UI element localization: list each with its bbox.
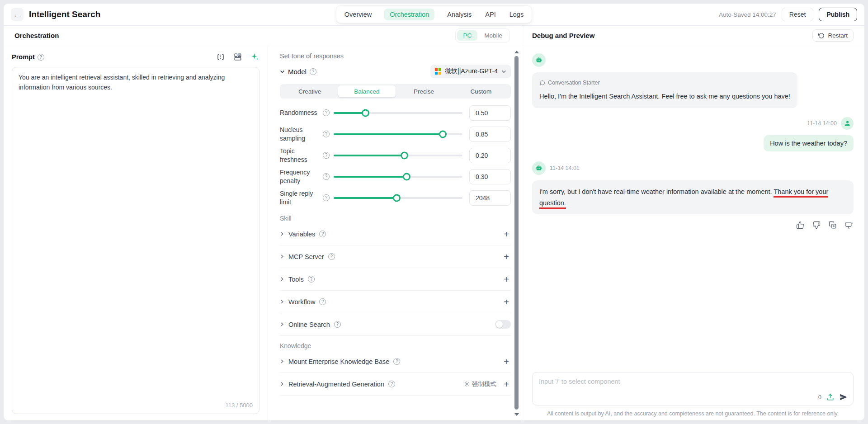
slider-single-reply-limit: Single reply limit 2048 — [280, 187, 511, 208]
send-icon[interactable] — [839, 393, 848, 401]
reset-button[interactable]: Reset — [782, 8, 814, 21]
speech-bubble-icon — [539, 80, 545, 86]
help-icon[interactable] — [393, 358, 400, 365]
bot-message-text: I'm sorry, but I don't have real-time we… — [539, 188, 774, 195]
accordion-workflow[interactable]: Workflow — [280, 291, 511, 313]
user-icon — [844, 120, 851, 127]
prompt-text: You are an intelligent retrieval assista… — [19, 73, 253, 92]
tab-logs[interactable]: Logs — [509, 9, 524, 20]
scrollbar-thumb[interactable] — [514, 56, 519, 410]
slider-thumb[interactable] — [401, 151, 408, 159]
slider-value-input[interactable]: 0.20 — [469, 148, 511, 163]
bot-avatar — [532, 161, 546, 175]
settings-scrollbar[interactable] — [514, 50, 519, 417]
user-message-time: 11-14 14:00 — [807, 120, 837, 127]
chevron-right-icon — [280, 254, 284, 259]
help-icon[interactable] — [308, 276, 315, 283]
slider-track[interactable] — [334, 133, 462, 135]
publish-button[interactable]: Publish — [819, 8, 857, 21]
model-row[interactable]: Model 微软||Azure-GPT-4 — [280, 61, 511, 82]
model-help-icon[interactable] — [310, 68, 316, 75]
slider-label: Single reply limit — [280, 189, 319, 206]
add-knowledge-base-button[interactable] — [502, 357, 511, 366]
accordion-online-search[interactable]: Online Search — [280, 313, 511, 336]
slider-value-input[interactable]: 0.85 — [469, 127, 511, 142]
help-icon[interactable] — [319, 298, 326, 305]
rag-mode-badge[interactable]: 强制模式 — [464, 380, 496, 388]
scroll-up-icon[interactable] — [514, 51, 519, 53]
bot-message-bubble: I'm sorry, but I don't have real-time we… — [532, 180, 854, 214]
help-icon[interactable] — [328, 253, 335, 260]
back-button[interactable] — [11, 8, 24, 21]
slider-track[interactable] — [334, 155, 462, 156]
slider-topic-freshness: Topic freshness 0.20 — [280, 145, 511, 166]
help-icon[interactable] — [319, 231, 326, 237]
read-aloud-icon[interactable] — [844, 221, 854, 230]
scroll-down-icon[interactable] — [514, 413, 519, 416]
prompt-textarea[interactable]: You are an intelligent retrieval assista… — [12, 67, 259, 414]
slider-thumb[interactable] — [439, 130, 447, 138]
accordion-mcp-server[interactable]: MCP Server — [280, 245, 511, 268]
chevron-down-icon — [280, 69, 285, 74]
chat-input[interactable]: Input '/' to select component 0 — [532, 372, 854, 405]
chat-input-placeholder: Input '/' to select component — [539, 378, 847, 385]
starter-text: Hello, I'm the Intelligent Search Assist… — [539, 91, 790, 102]
device-option-mobile[interactable]: Mobile — [478, 30, 508, 41]
online-search-toggle[interactable] — [495, 320, 511, 329]
accordion-knowledge-base[interactable]: Mount Enterprise Knowledge Base — [280, 350, 511, 373]
accordion-variables[interactable]: Variables — [280, 223, 511, 245]
slider-thumb[interactable] — [403, 173, 410, 180]
microsoft-logo-icon — [435, 68, 441, 75]
help-icon[interactable] — [323, 173, 330, 180]
split-view-icon[interactable] — [216, 52, 225, 61]
slider-track[interactable] — [334, 176, 462, 178]
upload-icon[interactable] — [826, 393, 834, 401]
gear-icon — [464, 381, 470, 387]
slider-frequency-penalty: Frequency penalty 0.30 — [280, 166, 511, 187]
preset-precise[interactable]: Precise — [396, 85, 453, 97]
tab-analysis[interactable]: Analysis — [446, 9, 472, 20]
tab-overview[interactable]: Overview — [344, 9, 373, 20]
add-rag-button[interactable] — [502, 380, 511, 389]
add-tools-button[interactable] — [502, 275, 511, 284]
slider-thumb[interactable] — [362, 109, 369, 117]
slider-randomness: Randomness 0.50 — [280, 102, 511, 123]
tab-api[interactable]: API — [484, 9, 496, 20]
slider-value-input[interactable]: 2048 — [469, 190, 511, 206]
help-icon[interactable] — [323, 152, 330, 159]
slider-value-input[interactable]: 0.50 — [469, 105, 511, 121]
copy-icon[interactable] — [828, 221, 837, 230]
accordion-rag[interactable]: Retrieval-Augmented Generation 强制模式 — [280, 373, 511, 396]
tab-orchestration[interactable]: Orchestration — [384, 9, 434, 20]
slider-thumb[interactable] — [393, 194, 401, 202]
preset-creative[interactable]: Creative — [281, 85, 338, 97]
add-workflow-button[interactable] — [502, 297, 511, 306]
accordion-tools[interactable]: Tools — [280, 268, 511, 291]
preview-title: Debug and Preview — [532, 32, 594, 39]
help-icon[interactable] — [388, 381, 395, 387]
preset-balanced[interactable]: Balanced — [338, 85, 395, 97]
model-select[interactable]: 微软||Azure-GPT-4 — [430, 65, 511, 78]
prompt-help-icon[interactable] — [38, 54, 44, 61]
slider-track[interactable] — [334, 197, 462, 199]
like-icon[interactable] — [796, 221, 805, 230]
slider-label: Nucleus sampling — [280, 126, 319, 142]
restart-button[interactable]: Restart — [812, 29, 854, 42]
ai-generate-icon[interactable] — [250, 52, 259, 61]
slider-value-input[interactable]: 0.30 — [469, 169, 511, 184]
device-option-pc[interactable]: PC — [457, 30, 477, 41]
help-icon[interactable] — [323, 194, 330, 201]
add-mcp-server-button[interactable] — [502, 252, 511, 261]
preset-custom[interactable]: Custom — [453, 85, 509, 97]
help-icon[interactable] — [323, 131, 330, 137]
template-icon[interactable] — [233, 52, 242, 61]
help-icon[interactable] — [323, 109, 330, 116]
restart-icon — [818, 33, 825, 39]
slider-track[interactable] — [334, 112, 462, 114]
add-variables-button[interactable] — [502, 230, 511, 239]
help-icon[interactable] — [334, 321, 341, 328]
dislike-icon[interactable] — [812, 221, 821, 230]
autosave-status: Auto-Saved 14:00:27 — [719, 11, 776, 18]
user-avatar — [841, 117, 854, 130]
slider-nucleus-sampling: Nucleus sampling 0.85 — [280, 123, 511, 145]
